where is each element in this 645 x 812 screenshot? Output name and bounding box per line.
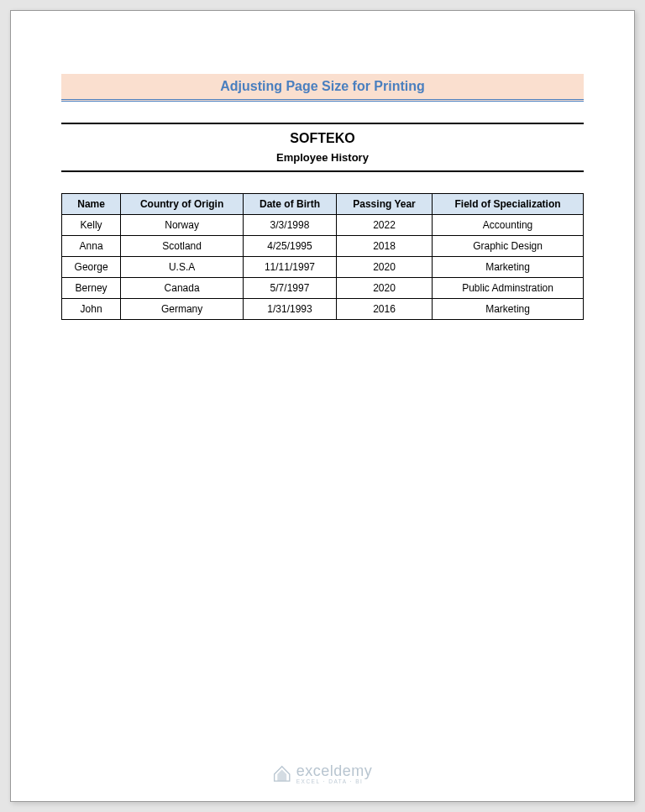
table-row: John Germany 1/31/1993 2016 Marketing [62,299,584,320]
cell-dob: 11/11/1997 [244,257,337,278]
document-subtitle: Employee History [61,151,584,164]
cell-name: George [62,257,121,278]
col-dob: Date of Birth [244,194,337,215]
cell-year: 2018 [336,236,432,257]
cell-dob: 4/25/1995 [244,236,337,257]
print-page: Adjusting Page Size for Printing SOFTEKO… [10,10,635,802]
table-row: George U.S.A 11/11/1997 2020 Marketing [62,257,584,278]
cell-name: Berney [62,278,121,299]
cell-field: Marketing [433,299,584,320]
cell-country: Scotland [121,236,244,257]
watermark-brand: exceldemy [296,763,373,778]
cell-year: 2022 [336,215,432,236]
table-row: Anna Scotland 4/25/1995 2018 Graphic Des… [62,236,584,257]
heading-block: SOFTEKO Employee History [61,123,584,172]
house-icon [273,765,291,782]
table-row: Kelly Norway 3/3/1998 2022 Accounting [62,215,584,236]
col-name: Name [62,194,121,215]
cell-dob: 5/7/1997 [244,278,337,299]
banner-title: Adjusting Page Size for Printing [61,74,584,102]
cell-field: Graphic Design [433,236,584,257]
cell-name: Kelly [62,215,121,236]
cell-field: Accounting [433,215,584,236]
cell-year: 2020 [336,257,432,278]
company-name: SOFTEKO [61,131,584,146]
cell-country: Canada [121,278,244,299]
watermark: exceldemy EXCEL · DATA · BI [273,763,373,785]
col-field: Field of Specialization [433,194,584,215]
cell-year: 2016 [336,299,432,320]
cell-name: John [62,299,121,320]
watermark-tagline: EXCEL · DATA · BI [296,779,373,785]
col-country: Country of Origin [121,194,244,215]
cell-dob: 3/3/1998 [244,215,337,236]
cell-field: Marketing [433,257,584,278]
employee-table: Name Country of Origin Date of Birth Pas… [61,193,584,320]
cell-name: Anna [62,236,121,257]
table-row: Berney Canada 5/7/1997 2020 Public Admin… [62,278,584,299]
cell-dob: 1/31/1993 [244,299,337,320]
cell-country: Norway [121,215,244,236]
cell-year: 2020 [336,278,432,299]
cell-country: U.S.A [121,257,244,278]
cell-country: Germany [121,299,244,320]
cell-field: Public Adminstration [433,278,584,299]
col-year: Passing Year [336,194,432,215]
watermark-text: exceldemy EXCEL · DATA · BI [296,763,373,785]
table-header-row: Name Country of Origin Date of Birth Pas… [62,194,584,215]
